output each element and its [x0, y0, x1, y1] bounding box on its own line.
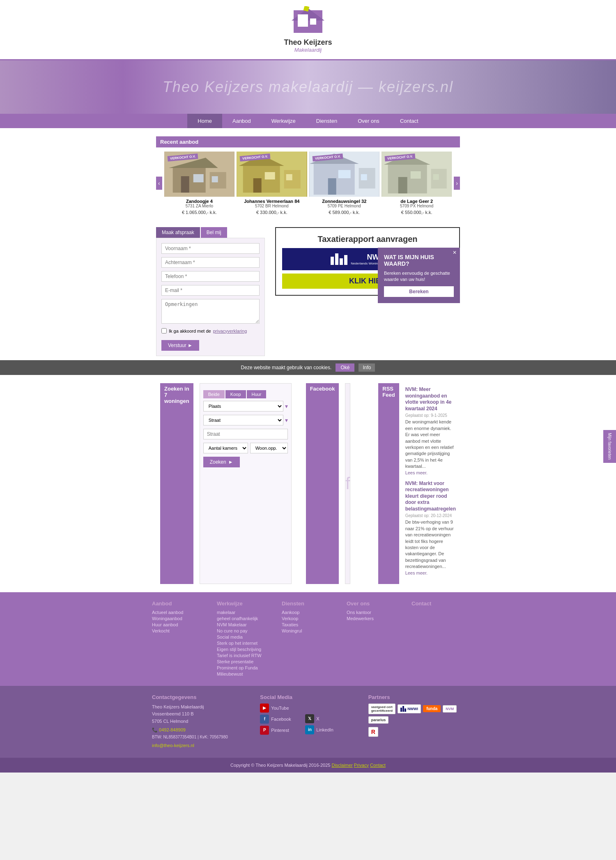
privacy-checkbox[interactable] [161, 328, 167, 333]
rss-meer-1[interactable]: Lees meer. [405, 570, 428, 575]
footer-contact-section: Contactgegevens Theo Keijzers Makelaardi… [152, 694, 248, 750]
logo[interactable]: Theo Keijzers Makelaardij [284, 6, 332, 53]
property-card-2[interactable]: VERKOCHT O.V. Zonnedauwsingel 32 5709 [309, 152, 379, 215]
footer-link-aankoop[interactable]: Aankoop [282, 610, 334, 615]
property-card-1[interactable]: VERKOCHT O.V. Johannes Vermeerlaan 84 [237, 152, 307, 215]
footer-disclaimer[interactable]: Disclaimer [331, 763, 352, 768]
filter-tab-beide[interactable]: Beide [203, 390, 225, 398]
rss-item-1: NVM: Markt voor recreatiewoningen kleurt… [405, 481, 456, 576]
email-input[interactable] [161, 285, 260, 296]
footer-link-funda[interactable]: Prominent op Funda [217, 665, 269, 670]
properties-next-btn[interactable]: › [454, 177, 460, 190]
footer-links: Aanbod Actueel aanbod Woningaanbod Huur … [152, 600, 464, 678]
partner-nwwi: NWWI [398, 704, 421, 713]
footer-link-actueel[interactable]: Actueel aanbod [152, 610, 205, 615]
footer-link-woningaanbod[interactable]: Woningaanbod [152, 616, 205, 621]
contact-email[interactable]: info@theo-keijzers.nl [152, 743, 194, 748]
nav-home[interactable]: Home [187, 114, 222, 128]
bereken-btn[interactable]: Bereken [384, 286, 454, 297]
straat-select[interactable]: Straat [203, 415, 283, 425]
kamers-select[interactable]: Aantal kamers [203, 443, 248, 453]
x-link[interactable]: X [316, 716, 319, 721]
footer-link-social[interactable]: Social media [217, 635, 269, 639]
send-btn[interactable]: Verstuur ► [161, 340, 199, 351]
youtube-link[interactable]: YouTube [271, 706, 289, 711]
partner-nvm: NVM [443, 705, 457, 713]
linkedin-link[interactable]: LinkedIn [316, 727, 333, 732]
footer-privacy[interactable]: Privacy [354, 763, 369, 768]
footer-link-medewerkers[interactable]: Medewerkers [347, 616, 399, 621]
plaats-select[interactable]: Plaats [203, 401, 283, 412]
linkedin-icon: in [305, 725, 314, 734]
footer-link-nvm[interactable]: NVM Makelaar [217, 622, 269, 627]
opmerkingen-input[interactable] [161, 299, 260, 324]
footer-link-tarief[interactable]: Tarief is inclusief RTW [217, 653, 269, 658]
pinterest-link[interactable]: Pinterest [271, 728, 289, 733]
woon-select[interactable]: Woon.opp. [250, 443, 288, 453]
search-btn[interactable]: Zoeken ► [203, 457, 240, 467]
footer-link-taxaties[interactable]: Taxaties [282, 622, 334, 627]
facebook-link[interactable]: Facebook [271, 717, 291, 722]
contact-address: Vossenbeemd 110 B [152, 711, 248, 718]
footer-link-milieu[interactable]: Milieubewust [217, 671, 269, 676]
tab-maak-afspraak[interactable]: Maak afspraak [156, 227, 200, 238]
filter-tab-huur[interactable]: Huur [247, 390, 267, 398]
footer-top: Aanbod Actueel aanbod Woningaanbod Huur … [0, 592, 616, 686]
filter-tab-koop[interactable]: Koop [225, 390, 246, 398]
privacy-label: Ik ga akkoord met de privacyverklaring [161, 328, 260, 333]
footer-link-woningrul[interactable]: Woningrul [282, 628, 334, 633]
rss-content: NVM: Meer woningaanbod en vlotte verkoop… [405, 383, 456, 584]
footer-link-onafhankelijk[interactable]: geheel onafhankelijk [217, 616, 269, 621]
footer-link-nocure[interactable]: No cure no pay [217, 628, 269, 633]
properties-prev-btn[interactable]: ‹ [156, 177, 162, 190]
footer-bottom: Contactgegevens Theo Keijzers Makelaardi… [0, 686, 616, 758]
partner-r: R [368, 727, 378, 737]
svg-rect-27 [388, 165, 427, 193]
tab-bel-mij[interactable]: Bel mij [201, 227, 227, 238]
partner-logos: vastgoed certgecertificeerd NWWI funda N… [368, 704, 464, 724]
facebook-title: Facebook [306, 383, 339, 584]
recent-aanbod-header: Recent aanbod [156, 136, 460, 147]
footer-link-ons-kantoor[interactable]: Ons kantoor [347, 610, 399, 615]
nav-aanbod[interactable]: Aanbod [222, 114, 261, 128]
nav-werkwijze[interactable]: Werkwijze [261, 114, 306, 128]
svg-rect-29 [398, 177, 407, 193]
svg-rect-11 [211, 176, 218, 182]
footer-aanbod: Aanbod Actueel aanbod Woningaanbod Huur … [152, 600, 205, 678]
nav-contact[interactable]: Contact [390, 114, 429, 128]
nav-over-ons[interactable]: Over ons [347, 114, 390, 128]
footer-link-verkocht[interactable]: Verkocht [152, 628, 205, 633]
svg-rect-8 [181, 176, 189, 193]
footer-link-presentatie[interactable]: Sterke presentatie [217, 659, 269, 664]
nav-diensten[interactable]: Diensten [306, 114, 347, 128]
svg-rect-18 [286, 174, 292, 180]
achternaam-input[interactable] [161, 257, 260, 268]
cookie-ok-btn[interactable]: Oké [336, 363, 354, 372]
contact-phone[interactable]: 0492-848909 [159, 727, 186, 732]
favorites-side-tab[interactable]: Mijn favorieten [603, 430, 616, 463]
footer-link-huur[interactable]: Huur aanbod [152, 622, 205, 627]
footer-link-eigen-stijl[interactable]: Eigen stijl beschrijving [217, 647, 269, 652]
footer-werkwijze: Werkwijze makelaar geheel onafhankelijk … [217, 600, 269, 678]
cookie-info-btn[interactable]: Info [359, 363, 375, 372]
voornaam-input[interactable] [161, 243, 260, 254]
footer-contact-link[interactable]: Contact [370, 763, 386, 768]
property-card-3[interactable]: VERKOCHT O.V. de Lage Geer 2 5709 PX H [382, 152, 452, 215]
hero-text: Theo Keijzers makelaardij — keijzers.nl [163, 78, 453, 96]
huis-waard-close[interactable]: ✕ [453, 250, 457, 255]
straat-input[interactable] [203, 429, 288, 439]
footer-link-verkoop[interactable]: Verkoop [282, 616, 334, 621]
footer-link-makelaar[interactable]: makelaar [217, 610, 269, 615]
footer-link-internet[interactable]: Sterk op het internet [217, 641, 269, 646]
properties-grid: VERKOCHT O.V. Zandoogje 4 5731 ZA Mier [164, 152, 452, 215]
property-card-0[interactable]: VERKOCHT O.V. Zandoogje 4 5731 ZA Mier [164, 152, 234, 215]
recent-aanbod-section: Recent aanbod ‹ VERKOCHT O.V. [152, 128, 464, 223]
footer-over-ons: Over ons Ons kantoor Medewerkers [347, 600, 399, 678]
telefoon-input[interactable] [161, 271, 260, 282]
main-nav: Home Aanbod Werkwijze Diensten Over ons … [0, 114, 616, 128]
facebook-widget[interactable]: f [345, 383, 350, 584]
logo-icon [290, 6, 326, 37]
partner-funda: funda [423, 705, 441, 712]
rss-meer-0[interactable]: Lees meer. [405, 470, 428, 475]
privacy-link[interactable]: privacyverklaring [213, 329, 247, 333]
